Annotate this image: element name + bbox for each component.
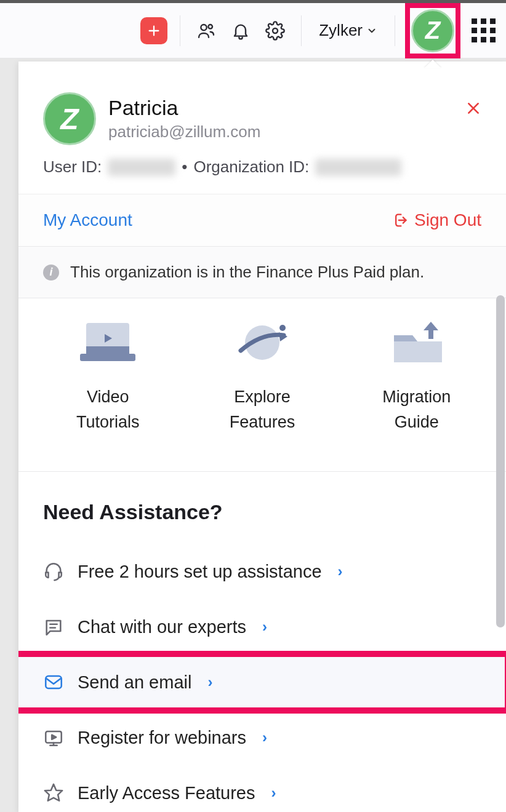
assist-label: Early Access Features — [78, 783, 255, 803]
profile-header: Z Patricia patriciab@zillum.com — [18, 62, 506, 157]
org-name: Zylker — [319, 21, 363, 40]
org-id-label: Organization ID: — [193, 157, 309, 177]
profile-avatar: Z — [43, 92, 96, 145]
scrollbar[interactable] — [496, 295, 505, 627]
profile-email: patriciab@zillum.com — [108, 122, 260, 141]
account-row: My Account Sign Out — [18, 194, 506, 247]
caret-up-icon — [424, 60, 441, 68]
svg-rect-16 — [46, 676, 62, 688]
assist-label: Free 2 hours set up assistance — [78, 562, 322, 582]
tile-explore-features[interactable]: Explore Features — [185, 317, 340, 434]
assistance-section: Need Assistance? Free 2 hours set up ass… — [18, 472, 506, 812]
assist-label: Register for webinars — [78, 728, 246, 748]
svg-marker-21 — [45, 784, 62, 801]
svg-point-2 — [201, 25, 207, 30]
settings-button[interactable] — [262, 17, 289, 44]
svg-rect-8 — [86, 346, 129, 354]
assist-label: Send an email — [78, 672, 191, 693]
star-icon — [43, 782, 64, 803]
user-id-value-redacted — [108, 159, 175, 176]
users-icon — [196, 21, 216, 41]
tile-label: Explore Features — [230, 384, 295, 434]
users-button[interactable] — [193, 17, 220, 44]
svg-rect-9 — [80, 354, 135, 361]
assist-label: Chat with our experts — [78, 617, 246, 637]
separator-dot: • — [182, 157, 187, 177]
profile-name: Patricia — [108, 96, 260, 120]
close-button[interactable] — [465, 98, 481, 121]
svg-marker-20 — [52, 735, 56, 739]
sign-out-icon — [391, 212, 408, 229]
ids-row: User ID: • Organization ID: — [18, 157, 506, 194]
headset-icon — [43, 561, 64, 582]
assist-chat-experts[interactable]: Chat with our experts › — [43, 599, 481, 655]
gear-icon — [265, 21, 285, 41]
divider — [395, 15, 395, 46]
assist-send-email[interactable]: Send an email › — [18, 655, 506, 710]
tile-video-tutorials[interactable]: Video Tutorials — [31, 317, 185, 434]
laptop-play-icon — [74, 317, 142, 372]
user-id-label: User ID: — [43, 157, 102, 177]
apps-grid-button[interactable] — [472, 18, 496, 43]
bell-icon — [231, 21, 251, 41]
close-icon — [465, 100, 481, 116]
notifications-button[interactable] — [227, 17, 254, 44]
sign-out-label: Sign Out — [414, 210, 481, 230]
tile-label: Video Tutorials — [76, 384, 140, 434]
divider — [180, 15, 180, 46]
info-icon: i — [43, 265, 59, 281]
profile-dropdown: Z Patricia patriciab@zillum.com User ID:… — [18, 62, 506, 812]
tile-label: Migration Guide — [382, 384, 451, 434]
chevron-right-icon: › — [262, 729, 267, 746]
chat-icon — [43, 616, 64, 637]
svg-point-3 — [209, 25, 213, 29]
svg-point-13 — [279, 325, 286, 331]
profile-avatar-letter: Z — [60, 102, 78, 136]
add-button[interactable] — [140, 17, 167, 44]
svg-point-4 — [273, 28, 278, 33]
chevron-right-icon: › — [262, 618, 267, 635]
assist-setup-assistance[interactable]: Free 2 hours set up assistance › — [43, 544, 481, 599]
webinar-icon — [43, 727, 64, 748]
my-account-link[interactable]: My Account — [43, 210, 132, 230]
divider — [301, 15, 302, 46]
folder-upload-icon — [383, 317, 451, 372]
help-tiles: Video Tutorials Explore Features Migrati… — [18, 298, 506, 472]
chevron-right-icon: › — [207, 674, 212, 691]
plan-notice-text: This organization is in the Finance Plus… — [70, 263, 424, 282]
mail-icon — [43, 672, 64, 693]
tile-migration-guide[interactable]: Migration Guide — [339, 317, 494, 434]
globe-orbit-icon — [228, 317, 296, 372]
plan-notice: i This organization is in the Finance Pl… — [18, 247, 506, 298]
avatar: Z — [411, 9, 454, 52]
chevron-down-icon — [366, 25, 377, 36]
plus-icon — [147, 24, 161, 38]
assistance-title: Need Assistance? — [43, 500, 481, 524]
sign-out-link[interactable]: Sign Out — [391, 210, 481, 230]
chevron-right-icon: › — [271, 784, 276, 802]
org-switcher[interactable]: Zylker — [314, 21, 382, 40]
org-id-value-redacted — [315, 159, 401, 176]
profile-avatar-button[interactable]: Z — [408, 6, 458, 56]
top-bar: Zylker Z — [0, 0, 506, 58]
assist-register-webinars[interactable]: Register for webinars › — [43, 710, 481, 765]
assist-early-access[interactable]: Early Access Features › — [43, 765, 481, 812]
chevron-right-icon: › — [338, 563, 343, 580]
avatar-letter: Z — [425, 17, 440, 44]
